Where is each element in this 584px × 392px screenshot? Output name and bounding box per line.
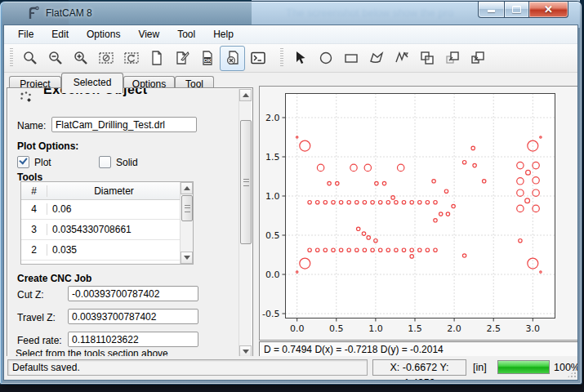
new-file-button[interactable] [144,46,169,71]
tool-number: 3 [21,224,47,235]
close-icon: ✕ [544,2,553,16]
delete-object-button[interactable] [220,46,245,71]
clear-plot-button[interactable] [93,46,118,71]
run-script-button[interactable]: OK [194,46,220,71]
status-bar: Defaults saved. X: -0.6672 Y: 1.4359 [in… [4,356,577,380]
cutz-input[interactable] [68,286,198,301]
open-file-icon [174,50,190,66]
replot-button[interactable] [118,46,144,71]
name-label: Name: [17,120,46,131]
menu-options[interactable]: Options [79,26,127,42]
panel-scrollbar[interactable] [239,89,252,358]
move-geometry-button[interactable] [465,46,490,71]
progress-bar [497,360,550,374]
clear-plot-icon [98,50,114,66]
rectangle-shape-icon [343,50,359,66]
feedrate-label: Feed rate: [17,335,62,346]
copy-geometry-icon [444,50,461,66]
tool-number: 2 [21,244,47,256]
draw-circle-button[interactable] [313,46,338,71]
measurement-readout: D = 0.7494 D(x) = -0.7218 D(y) = -0.2014 [259,341,578,358]
table-scrollbar-thumb[interactable] [181,195,193,221]
union-icon [419,50,435,66]
svg-text:0.0: 0.0 [290,323,305,334]
panel-scrollbar-thumb[interactable] [240,120,252,244]
svg-text:0.5: 0.5 [265,230,280,241]
svg-text:0.5: 0.5 [329,323,344,334]
table-scrollbar[interactable] [180,182,193,264]
draw-rectangle-button[interactable] [338,46,363,71]
toolbar-grip[interactable] [10,48,13,68]
zoom-in-icon [73,50,89,66]
svg-text:-0.5: -0.5 [262,309,279,319]
menu-file[interactable]: File [11,26,41,42]
scroll-down-icon[interactable] [181,252,193,264]
run-script-icon: OK [199,50,216,66]
zoom-fit-icon [22,50,38,66]
tools-table-body: 4 0.06 3 0.0354330708661 2 0.035 [21,199,181,264]
object-name-input[interactable] [51,117,197,132]
polygon-shape-icon [368,50,385,66]
feedrate-input[interactable] [68,332,198,347]
menu-edit[interactable]: Edit [44,26,76,42]
tab-selected[interactable]: Selected [61,73,123,93]
new-file-icon [149,50,165,66]
replot-icon [123,50,140,66]
svg-text:2.5: 2.5 [486,323,501,334]
plot-checkbox-label: Plot [34,157,51,168]
menu-tool[interactable]: Tool [170,26,203,42]
close-button[interactable]: ✕ [528,2,568,18]
table-row[interactable]: 3 0.0354330708661 [21,220,181,240]
minimize-icon [488,10,495,12]
flatcam-logo-icon [26,6,41,20]
title-bar[interactable]: FlatCAM 8 ✕ [0,2,582,24]
delete-object-icon [225,50,241,66]
draw-path-button[interactable] [389,46,414,71]
open-file-button[interactable] [169,46,194,71]
table-row[interactable]: 4 0.06 [21,199,181,220]
path-shape-icon [394,50,410,66]
shell-icon [250,50,266,66]
svg-text:2.0: 2.0 [447,323,461,334]
window-title: FlatCAM 8 [46,7,92,19]
units-label: [in] [473,362,487,373]
zoom-fit-button[interactable] [17,46,42,71]
menu-view[interactable]: View [131,26,167,42]
copy-geometry-button[interactable] [439,46,465,71]
travelz-input[interactable] [68,309,198,324]
plot-canvas[interactable]: 0.00.51.01.52.02.53.0-0.50.00.51.01.52.0 [259,86,578,341]
svg-text:1.5: 1.5 [408,323,422,334]
toolbar-grip-2[interactable] [280,48,283,68]
shell-button[interactable] [245,46,270,71]
table-row[interactable]: 2 0.035 [21,240,181,261]
scroll-up-icon[interactable] [239,89,252,101]
zoom-out-button[interactable] [42,46,68,71]
col-diameter-header: Diameter [47,185,193,197]
maximize-button[interactable] [505,2,528,18]
union-button[interactable] [414,46,439,71]
select-cursor-icon [292,50,309,66]
solid-checkbox-label: Solid [116,157,138,168]
zoom-in-button[interactable] [68,46,93,71]
svg-text:0.0: 0.0 [265,270,280,280]
draw-polygon-button[interactable] [363,46,389,71]
plot-checkbox[interactable] [17,156,29,168]
client-area: File Edit Options View Tool Help OK [3,24,578,381]
cnc-section-label: Create CNC Job [17,273,91,284]
plot-checkbox-row[interactable]: Plot [17,156,51,168]
minimize-button[interactable] [478,2,505,18]
solid-checkbox[interactable] [99,156,111,168]
menu-help[interactable]: Help [206,26,241,42]
svg-text:1.5: 1.5 [265,152,280,163]
scroll-up-icon[interactable] [181,182,193,194]
menu-bar: File Edit Options View Tool Help [4,25,577,44]
svg-text:OK: OK [203,58,212,63]
travelz-label: Travel Z: [17,312,56,323]
plot-svg: 0.00.51.01.52.02.53.0-0.50.00.51.01.52.0 [260,87,578,340]
tool-diameter: 0.06 [47,203,181,215]
solid-checkbox-row[interactable]: Solid [99,156,138,168]
status-message: Defaults saved. [7,359,368,376]
excellon-drill-icon [19,91,33,105]
svg-text:1.0: 1.0 [368,323,383,334]
select-tool-button[interactable] [288,46,313,71]
